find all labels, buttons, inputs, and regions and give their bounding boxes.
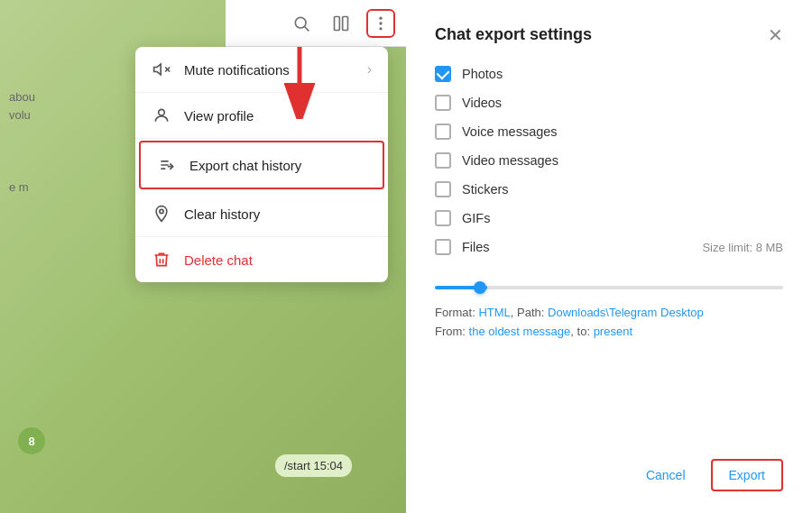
- cancel-button[interactable]: Cancel: [635, 461, 697, 490]
- files-row: Files Size limit: 8 MB: [435, 239, 783, 255]
- menu-item-mute[interactable]: Mute notifications ›: [135, 47, 388, 93]
- mute-label: Mute notifications: [184, 62, 355, 78]
- menu-item-export-chat[interactable]: Export chat history: [139, 141, 384, 189]
- svg-point-0: [295, 17, 306, 28]
- to-label: to:: [577, 325, 590, 338]
- checkbox-row-stickers: Stickers: [435, 181, 783, 197]
- layout-button[interactable]: [327, 9, 355, 38]
- unread-badge: 8: [18, 427, 45, 454]
- footer-buttons: Cancel Export: [435, 444, 783, 491]
- from-label: From:: [435, 325, 466, 338]
- label-photos: Photos: [462, 67, 503, 81]
- svg-point-16: [160, 209, 163, 213]
- slider-thumb[interactable]: [474, 281, 486, 294]
- clear-icon: [152, 204, 171, 224]
- checkbox-row-photos: Photos: [435, 66, 783, 82]
- size-slider-container: [435, 286, 783, 289]
- svg-point-11: [159, 109, 165, 115]
- bg-text-3: e m: [9, 180, 29, 194]
- svg-point-4: [379, 16, 382, 19]
- left-panel: Mute notifications › View profile: [0, 0, 406, 513]
- export-chat-label: Export chat history: [189, 158, 366, 173]
- export-button[interactable]: Export: [711, 459, 783, 491]
- top-bar: [226, 0, 406, 47]
- format-value[interactable]: HTML: [478, 306, 510, 319]
- checkbox-row-gifs: GIFs: [435, 210, 783, 226]
- checkbox-row-video-messages: Video messages: [435, 152, 783, 169]
- checkbox-stickers[interactable]: [435, 181, 451, 197]
- from-line: From: the oldest message, to: present: [435, 325, 783, 338]
- menu-item-view-profile[interactable]: View profile: [135, 93, 388, 139]
- profile-icon: [152, 105, 171, 125]
- menu-item-clear-history[interactable]: Clear history: [135, 191, 388, 237]
- svg-line-1: [305, 26, 309, 31]
- bg-text-1: abou: [9, 90, 35, 104]
- from-value[interactable]: the oldest message: [469, 325, 571, 338]
- clear-history-label: Clear history: [184, 206, 372, 222]
- label-videos: Videos: [462, 96, 502, 110]
- format-label: Format:: [435, 306, 475, 319]
- menu-item-delete-chat[interactable]: Delete chat: [135, 237, 388, 282]
- more-options-button[interactable]: [366, 9, 395, 38]
- chat-background: Mute notifications › View profile: [0, 0, 406, 513]
- checkbox-row-videos: Videos: [435, 95, 783, 111]
- label-files: Files: [462, 240, 490, 254]
- bg-text-2: volu: [9, 108, 31, 122]
- label-voice-messages: Voice messages: [462, 124, 558, 139]
- close-button[interactable]: ✕: [768, 26, 783, 44]
- size-limit-text: Size limit: 8 MB: [702, 241, 783, 254]
- mute-arrow: ›: [367, 61, 372, 78]
- format-line: Format: HTML, Path: Downloads\Telegram D…: [435, 306, 783, 319]
- checkbox-list: Photos Videos Voice messages Video messa…: [435, 66, 783, 255]
- to-value[interactable]: present: [594, 325, 632, 338]
- checkbox-voice-messages[interactable]: [435, 124, 451, 140]
- checkbox-gifs[interactable]: [435, 210, 451, 226]
- label-video-messages: Video messages: [462, 153, 558, 168]
- export-icon: [157, 155, 177, 175]
- panel-title: Chat export settings: [435, 25, 592, 44]
- checkbox-videos[interactable]: [435, 95, 451, 111]
- label-gifs: GIFs: [462, 211, 490, 225]
- checkbox-row-voice: Voice messages: [435, 124, 783, 140]
- checkbox-files[interactable]: [435, 239, 451, 255]
- delete-chat-label: Delete chat: [184, 252, 372, 268]
- mute-icon: [152, 60, 171, 79]
- svg-point-5: [379, 22, 382, 24]
- panel-header: Chat export settings ✕: [435, 25, 783, 44]
- svg-rect-2: [335, 16, 340, 30]
- delete-icon: [152, 250, 171, 270]
- svg-rect-3: [343, 16, 348, 30]
- slider-track: [435, 286, 783, 289]
- search-button[interactable]: [287, 9, 316, 38]
- checkbox-photos[interactable]: [435, 66, 451, 82]
- right-panel: Chat export settings ✕ Photos Videos Voi…: [406, 0, 812, 513]
- label-stickers: Stickers: [462, 182, 509, 197]
- path-label: Path:: [517, 306, 544, 319]
- files-left: Files: [435, 239, 490, 255]
- svg-point-6: [379, 27, 382, 30]
- start-message-bubble: /start 15:04: [275, 454, 352, 477]
- path-value[interactable]: Downloads\Telegram Desktop: [548, 306, 704, 319]
- checkbox-video-messages[interactable]: [435, 152, 451, 169]
- context-menu: Mute notifications › View profile: [135, 47, 388, 282]
- view-profile-label: View profile: [184, 108, 372, 124]
